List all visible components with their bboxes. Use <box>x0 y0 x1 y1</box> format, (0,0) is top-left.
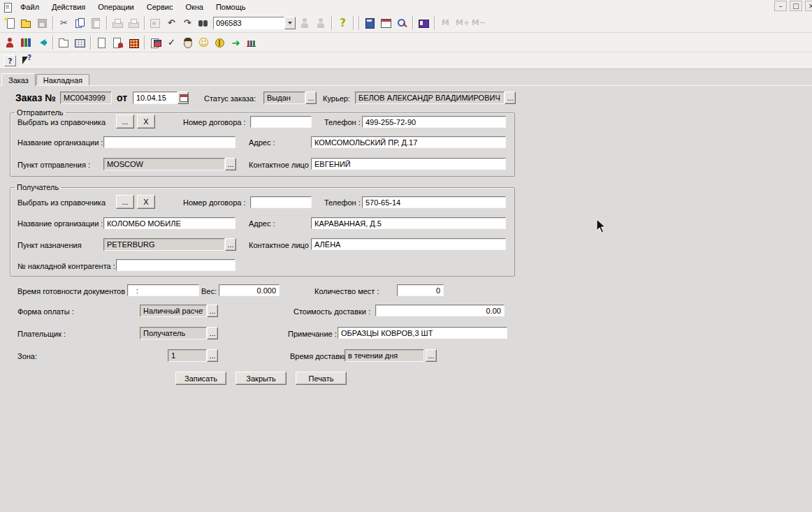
window-menu-icon[interactable] <box>2 1 14 13</box>
recipient-org-input[interactable] <box>103 217 235 229</box>
payments-button[interactable] <box>212 35 228 50</box>
recipient-contact-label: Контактное лицо : <box>249 241 313 249</box>
recipient-contract-input[interactable] <box>250 196 312 208</box>
context-help-button[interactable] <box>18 53 34 68</box>
places-input[interactable] <box>397 284 444 296</box>
zone-input[interactable] <box>168 349 207 362</box>
recipient-point-input[interactable] <box>103 238 225 251</box>
memory-minus-button: M− <box>470 15 486 31</box>
recipient-contact-input[interactable] <box>311 238 506 250</box>
close-form-button[interactable]: Закрыть <box>235 372 287 385</box>
sender-phone-label: Телефон : <box>324 118 361 126</box>
save-button[interactable]: Записать <box>175 372 226 385</box>
orders-folder-button[interactable] <box>56 35 72 50</box>
toolbar-separator <box>52 16 54 30</box>
documents-button[interactable] <box>147 35 164 50</box>
menu-operations[interactable]: Операции <box>92 1 140 13</box>
help-topics-button[interactable] <box>2 53 18 68</box>
menu-windows[interactable]: Окна <box>179 1 210 13</box>
tab-waybill[interactable]: Накладная <box>36 74 89 86</box>
undo-button[interactable]: ↶ <box>164 15 180 31</box>
sender-contact-input[interactable] <box>311 158 506 170</box>
close-button[interactable]: × <box>805 1 812 11</box>
combobox-dropdown-button[interactable] <box>284 17 296 29</box>
sender-point-input[interactable] <box>103 158 225 170</box>
ready-time-input[interactable] <box>127 284 199 296</box>
zone-picker-button[interactable]: ... <box>207 349 218 362</box>
statistics-button[interactable] <box>244 35 260 50</box>
picture-button <box>147 15 164 31</box>
sender-clear-button[interactable]: X <box>137 115 155 129</box>
menu-actions[interactable]: Действия <box>45 1 92 13</box>
recipient-pick-button[interactable]: ... <box>116 195 134 209</box>
payment-picker-button[interactable]: ... <box>207 305 218 317</box>
recipient-phone-input[interactable] <box>362 196 506 208</box>
find-prev-button <box>313 15 329 31</box>
weight-input[interactable] <box>219 284 280 296</box>
client-button[interactable] <box>180 35 196 50</box>
lookup-edit-button[interactable] <box>394 15 410 31</box>
smiley-button[interactable]: ☺ <box>196 35 212 50</box>
sender-point-picker-button[interactable]: ... <box>225 158 236 170</box>
send-button[interactable] <box>34 35 50 50</box>
client-order-button[interactable] <box>110 35 126 50</box>
calculator-button[interactable] <box>362 15 378 31</box>
copy-button[interactable] <box>72 15 88 31</box>
help-button[interactable]: ? <box>335 15 351 31</box>
new-document-button[interactable] <box>2 15 18 31</box>
sender-phone-input[interactable] <box>362 116 506 128</box>
organizations-button[interactable] <box>126 35 142 50</box>
couriers-group-button[interactable] <box>18 35 34 50</box>
courier-button[interactable] <box>2 35 18 50</box>
main-toolbar: ✂↶↷?MM+M− <box>0 13 812 33</box>
recipient-point-picker-button[interactable]: ... <box>225 238 236 251</box>
order-number-input[interactable] <box>60 92 112 104</box>
date-picker-button[interactable] <box>177 92 189 104</box>
delivery-time-input[interactable] <box>345 349 424 362</box>
courier-picker-button[interactable]: ... <box>505 92 516 104</box>
delivery-cost-input[interactable] <box>375 305 505 316</box>
tab-order[interactable]: Заказ <box>1 73 36 87</box>
payment-form-input[interactable] <box>140 305 207 317</box>
open-file-button[interactable] <box>18 15 34 31</box>
order-status-input[interactable] <box>263 92 305 104</box>
new-order-button[interactable] <box>94 35 110 50</box>
menu-file[interactable]: Файл <box>14 1 45 13</box>
find-button[interactable] <box>196 15 212 31</box>
sender-pick-button[interactable]: ... <box>116 115 134 129</box>
payer-input[interactable] <box>140 327 207 339</box>
order-date-input[interactable] <box>133 92 177 104</box>
sender-address-input[interactable] <box>311 136 506 148</box>
courier-input[interactable] <box>355 92 505 104</box>
delivery-time-picker-button[interactable]: ... <box>426 349 437 362</box>
menu-service[interactable]: Сервис <box>140 1 180 13</box>
sender-org-input[interactable] <box>103 136 235 148</box>
sender-contract-label: Номер договора : <box>183 118 246 126</box>
payer-picker-button[interactable]: ... <box>207 327 218 339</box>
open-file-icon <box>20 17 32 29</box>
note-input[interactable] <box>338 327 507 339</box>
recipient-clear-button[interactable]: X <box>137 195 155 209</box>
recipient-waybill-input[interactable] <box>116 259 235 271</box>
status-picker-button[interactable]: ... <box>305 92 317 104</box>
save-icon <box>36 17 48 29</box>
copy-icon <box>74 17 86 29</box>
menu-help[interactable]: Помощь <box>210 1 252 13</box>
cut-button[interactable]: ✂ <box>56 15 72 31</box>
print-button[interactable]: Печать <box>296 372 347 385</box>
confirm-button[interactable]: ✓ <box>164 35 180 50</box>
client-icon <box>182 37 194 48</box>
print-button <box>110 15 126 31</box>
go-button[interactable]: ➔ <box>228 35 244 50</box>
find-next-button <box>297 15 313 31</box>
sender-contract-input[interactable] <box>250 116 312 128</box>
calendar-button[interactable] <box>378 15 394 31</box>
recipient-address-input[interactable] <box>311 217 506 229</box>
minimize-button[interactable]: – <box>774 1 787 11</box>
restore-button[interactable]: □ <box>790 1 802 11</box>
phone-book-button[interactable] <box>416 15 432 31</box>
orders-table-button[interactable] <box>72 35 88 50</box>
redo-button[interactable]: ↷ <box>180 15 196 31</box>
quick-search-input[interactable] <box>213 17 284 29</box>
tab-strip: Заказ Накладная <box>0 73 812 86</box>
